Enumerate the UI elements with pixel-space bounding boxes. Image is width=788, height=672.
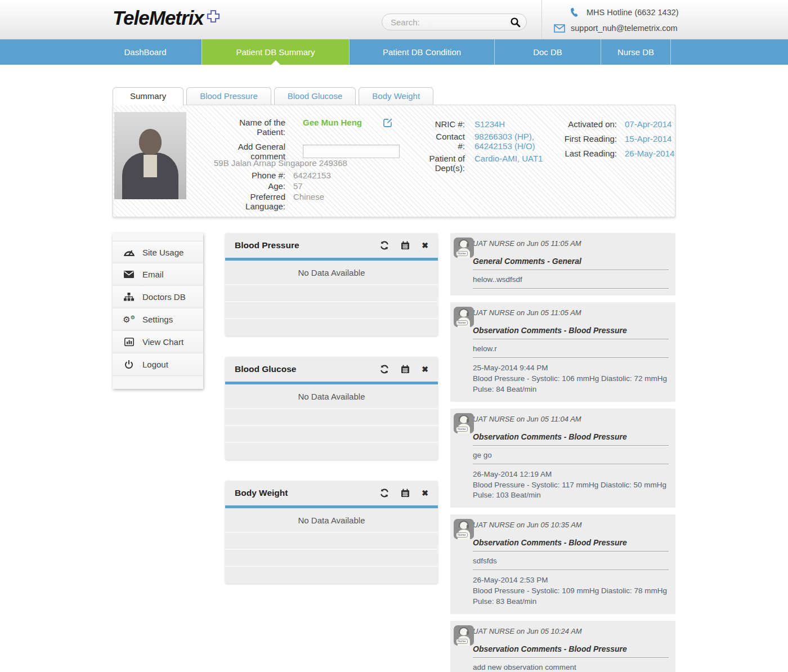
sidebar-item-label: Doctors DB — [142, 292, 186, 302]
widgets-column: Blood Pressure ✖ No Data Available — [225, 233, 438, 604]
close-icon[interactable]: ✖ — [422, 489, 428, 497]
patient-photo — [114, 112, 186, 199]
nurse-avatar-icon: Nurse — [454, 413, 474, 433]
reading-values: Blood Pressure - Systolic: 117 mmHg Dias… — [473, 480, 669, 501]
nurse-avatar-icon: Nurse — [454, 307, 474, 327]
envelope-icon — [123, 271, 135, 278]
nric-value: S1234H — [474, 119, 570, 129]
comment-meta: UAT NURSE on Jun 05 10:24 AM — [473, 627, 669, 635]
refresh-icon[interactable] — [380, 365, 389, 374]
contact-value: 98266303 (HP), 64242153 (H/O) — [474, 132, 570, 151]
empty-row — [225, 426, 438, 443]
tab-blood-glucose[interactable]: Blood Glucose — [274, 87, 356, 105]
empty-row — [225, 550, 438, 567]
power-icon — [123, 360, 135, 369]
comment-title: Observation Comments - Blood Pressure — [473, 644, 669, 658]
sidebar-item-email[interactable]: Email — [113, 263, 203, 286]
comment-text: helow.r — [473, 339, 669, 358]
sidebar-item-view-chart[interactable]: View Chart — [113, 331, 203, 353]
comments-feed: Nurse UAT NURSE on Jun 05 11:05 AM Gener… — [450, 233, 675, 672]
no-data-text: No Data Available — [225, 261, 438, 285]
phone-icon — [554, 8, 586, 17]
nav-item-doc-db[interactable]: Doc DB — [494, 39, 601, 65]
last-reading-label: Last Reading: — [563, 149, 617, 158]
gauge-icon — [123, 248, 135, 256]
patient-tabs: Summary Blood Pressure Blood Glucose Bod… — [113, 87, 675, 105]
body-weight-widget: Body Weight ✖ No Data Available — [225, 481, 438, 584]
nav-item-nurse-db[interactable]: Nurse DB — [601, 39, 671, 65]
comment-entry: Nurse UAT NURSE on Jun 05 10:24 AM Obser… — [450, 621, 675, 672]
header-divider — [541, 0, 542, 39]
reading-values: Blood Pressure - Systolic: 106 mmHg Dias… — [473, 374, 669, 395]
edit-name-icon[interactable] — [383, 118, 393, 137]
widget-title: Body Weight — [235, 488, 380, 498]
comment-title: Observation Comments - Blood Pressure — [473, 326, 669, 339]
patient-name: Gee Mun Heng — [303, 118, 362, 137]
side-menu: Site Usage Email Doctors DB ⚙⚙ Settings — [113, 233, 203, 389]
activated-label: Activated on: — [563, 119, 617, 129]
gears-icon: ⚙⚙ — [123, 315, 135, 324]
sidebar-item-settings[interactable]: ⚙⚙ Settings — [113, 308, 203, 331]
refresh-icon[interactable] — [380, 489, 389, 498]
search-input[interactable] — [391, 17, 510, 27]
close-icon[interactable]: ✖ — [422, 241, 428, 249]
tab-summary[interactable]: Summary — [113, 87, 183, 105]
widget-title: Blood Pressure — [235, 240, 380, 250]
support-email-link[interactable]: support_nuh@telemetrix.com — [571, 24, 678, 33]
tab-body-weight[interactable]: Body Weight — [359, 87, 433, 105]
hotline-text: MHS Hotline (6632 1432) — [586, 8, 679, 17]
patient-name-label: Name of the Patient: — [214, 118, 285, 137]
comment-meta: UAT NURSE on Jun 05 11:04 AM — [473, 415, 669, 423]
comment-text: sdfsfds — [473, 552, 669, 570]
dept-value: Cardio-AMI, UAT1 — [474, 154, 570, 173]
contact-block: MHS Hotline (6632 1432) support_nuh@tele… — [554, 5, 679, 35]
sidebar-item-site-usage[interactable]: Site Usage — [113, 241, 203, 263]
sidebar-item-label: View Chart — [142, 337, 183, 347]
reading-date: 26-May-2014 12:19 AM — [473, 469, 669, 480]
sitemap-icon — [123, 293, 135, 301]
logo-text: TeleMetrix — [113, 7, 204, 29]
first-reading-label: First Reading: — [563, 134, 617, 144]
nav-item-patient-db-summary[interactable]: Patient DB Summary — [202, 39, 349, 65]
bar-chart-icon — [123, 338, 135, 346]
comment-text: helow..wsdfsdf — [473, 270, 669, 289]
phone-label: Phone #: — [214, 171, 285, 180]
calendar-icon[interactable] — [401, 241, 410, 250]
empty-row — [225, 302, 438, 319]
sidebar-item-logout[interactable]: Logout — [113, 353, 203, 376]
close-icon[interactable]: ✖ — [422, 365, 428, 373]
search-icon[interactable] — [510, 17, 521, 28]
medical-cross-icon — [206, 6, 221, 28]
reading-date: 26-May-2014 2:53 PM — [473, 575, 669, 586]
nric-label: NRIC #: — [428, 119, 465, 129]
language-label: Preferred Language: — [214, 192, 285, 211]
empty-row — [225, 443, 438, 460]
phone-value: 64242153 — [293, 171, 331, 180]
envelope-icon — [554, 24, 571, 33]
comment-entry: Nurse UAT NURSE on Jun 05 11:05 AM Gener… — [450, 233, 675, 295]
search-box — [382, 14, 527, 30]
calendar-icon[interactable] — [401, 365, 410, 374]
reading-block: 25-May-2014 9:44 PM Blood Pressure - Sys… — [473, 358, 669, 395]
nav-item-dashboard[interactable]: DashBoard — [89, 39, 202, 65]
sidebar-item-label: Settings — [142, 315, 173, 324]
calendar-icon[interactable] — [401, 489, 410, 498]
patient-summary-panel: Name of the Patient: Gee Mun Heng Add Ge… — [113, 105, 675, 217]
add-observation-comment-link[interactable]: add new observation comment — [473, 658, 669, 672]
widget-title: Blood Glucose — [235, 364, 380, 374]
nav-item-patient-db-condition[interactable]: Patient DB Condition — [349, 39, 494, 65]
refresh-icon[interactable] — [380, 241, 389, 250]
empty-row — [225, 285, 438, 302]
nurse-avatar-icon: Nurse — [454, 625, 474, 646]
reading-values: Blood Pressure - Systolic: 109 mmHg Dias… — [473, 586, 669, 607]
top-header: TeleMetrix MHS Hotline (6632 1432) suppo… — [0, 0, 788, 39]
sidebar-item-doctors-db[interactable]: Doctors DB — [113, 286, 203, 308]
blood-pressure-widget: Blood Pressure ✖ No Data Available — [225, 233, 438, 336]
comment-title: Observation Comments - Blood Pressure — [473, 432, 669, 446]
general-comment-input[interactable] — [303, 145, 400, 158]
tab-blood-pressure[interactable]: Blood Pressure — [186, 87, 271, 105]
reading-date: 25-May-2014 9:44 PM — [473, 363, 669, 374]
sidebar-item-label: Email — [142, 270, 164, 279]
contact-label: Contact #: — [428, 132, 465, 151]
comment-title: Observation Comments - Blood Pressure — [473, 538, 669, 552]
